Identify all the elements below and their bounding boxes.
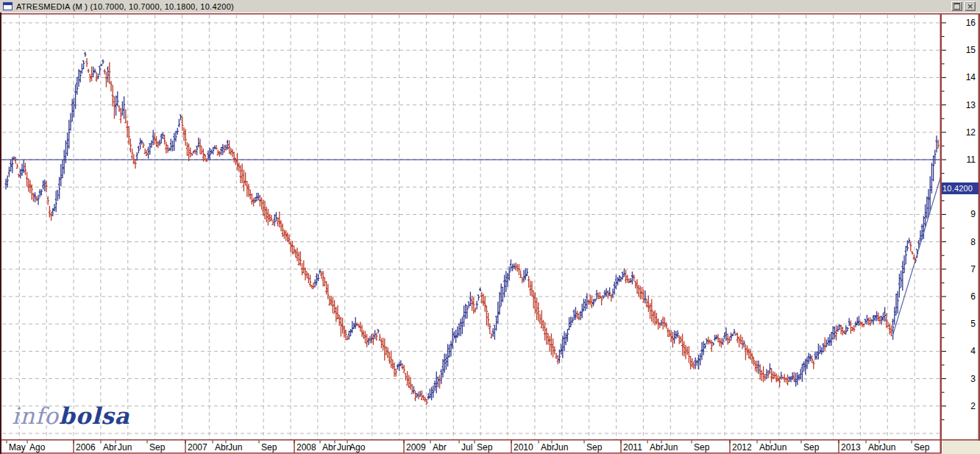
time-axis-label: Abr: [433, 442, 447, 453]
time-axis-label: Jun: [664, 442, 678, 453]
price-axis-label: 2: [970, 401, 976, 411]
time-axis-label: 2006: [76, 442, 96, 453]
price-axis-label: 8: [970, 237, 976, 247]
window-controls: ×: [951, 1, 976, 11]
time-axis-label: 2009: [406, 442, 426, 453]
price-axis-label: 15: [966, 45, 976, 55]
time-axis-label: Abr: [650, 442, 664, 453]
time-axis-label: Ago: [29, 442, 46, 453]
time-axis-label: 2011: [623, 442, 642, 453]
logo-text-bolsa: bolsa: [59, 402, 130, 429]
time-axis-label: Jun: [228, 442, 242, 453]
time-axis-label: Jun: [881, 442, 895, 453]
close-button[interactable]: ×: [965, 1, 976, 11]
price-axis-label: 4: [970, 346, 976, 356]
price-axis-label: 16: [966, 18, 976, 28]
time-axis-label: Sep: [694, 442, 710, 453]
restore-button[interactable]: [951, 1, 962, 11]
price-axis-label: 11: [967, 155, 976, 165]
time-axis-label: Abr: [322, 442, 336, 453]
price-axis-label: 9: [970, 209, 976, 219]
time-axis-label: Sep: [803, 442, 820, 453]
price-axis-label: 12: [966, 127, 976, 138]
price-axis-label: 6: [970, 291, 976, 302]
time-axis-label: Sep: [586, 442, 603, 453]
time-axis-label: Abr: [541, 442, 555, 453]
time-axis-label: Sep: [261, 442, 277, 453]
close-icon: ×: [967, 3, 973, 10]
time-axis-label: Abr: [103, 442, 117, 453]
time-axis-label: Sep: [149, 442, 166, 453]
time-axis-label: Abr: [759, 442, 773, 453]
time-axis-label: Ago: [349, 442, 366, 453]
time-axis-label: 2012: [732, 442, 752, 453]
time-axis-label: Sep: [477, 442, 493, 453]
chart-window: ATRESMEDIA (M ) (10.7000, 10.7000, 10.18…: [0, 0, 980, 454]
chart-window-icon: [3, 2, 13, 10]
time-axis-label: 2007: [188, 442, 207, 453]
price-axis-label: 7: [970, 264, 976, 274]
time-axis-label: Jun: [554, 442, 568, 453]
corner-filler: [942, 440, 980, 454]
price-axis-label: 13: [966, 100, 976, 110]
price-axis-label: 3: [970, 374, 976, 384]
window-title: ATRESMEDIA (M ) (10.7000, 10.7000, 10.18…: [16, 2, 234, 11]
price-axis-label: 14: [966, 72, 976, 82]
restore-icon: [954, 3, 960, 10]
logo-text-info: info: [12, 402, 59, 429]
time-axis-label: 2013: [841, 442, 861, 453]
price-chart-svg[interactable]: 2345678910111213141516MayAgo2006AbrJunSe…: [0, 13, 980, 454]
time-axis-label: Jun: [773, 442, 787, 453]
time-axis-label: Sep: [914, 442, 930, 453]
last-price-tag: 10.4200: [942, 182, 979, 194]
window-titlebar[interactable]: ATRESMEDIA (M ) (10.7000, 10.7000, 10.18…: [0, 0, 980, 13]
time-axis-label: Jun: [118, 442, 132, 453]
infobolsa-logo: infobolsa: [12, 402, 130, 429]
time-axis-label: Abr: [868, 442, 882, 453]
time-axis-label: Abr: [215, 442, 229, 453]
time-axis-label: May: [9, 442, 26, 453]
time-axis-label: 2010: [514, 442, 533, 453]
time-axis-label: Jul: [461, 442, 472, 453]
chart-area: 2345678910111213141516MayAgo2006AbrJunSe…: [0, 13, 980, 454]
price-axis-label: 5: [970, 319, 976, 329]
time-axis-label: 2008: [297, 442, 316, 453]
